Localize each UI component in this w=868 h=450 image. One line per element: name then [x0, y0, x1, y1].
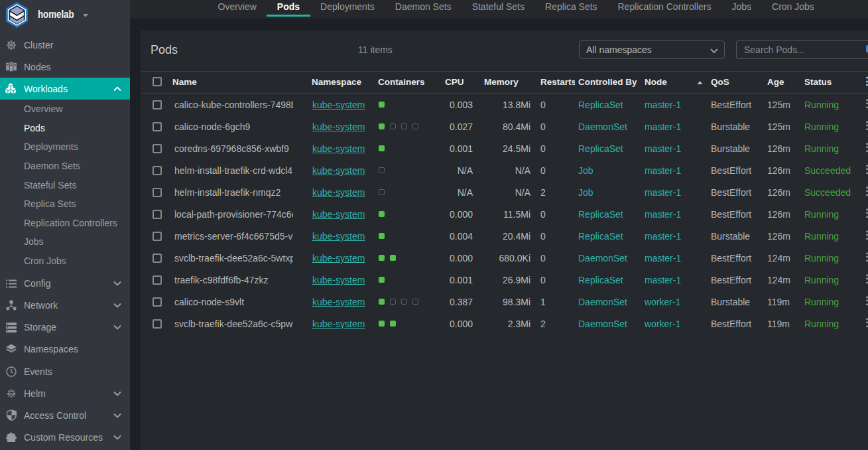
svg-text:HELM: HELM	[7, 392, 15, 395]
